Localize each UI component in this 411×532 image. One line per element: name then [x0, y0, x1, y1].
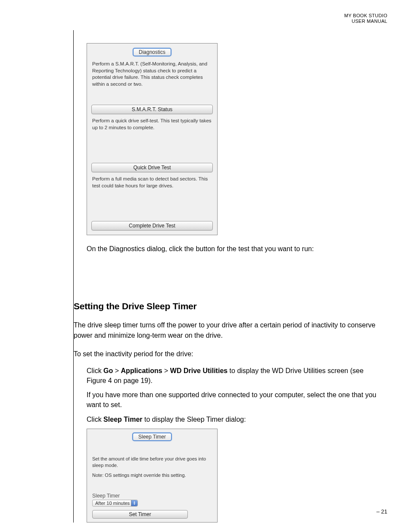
- content-column: Diagnostics Perform a S.M.A.R.T. (Self-M…: [73, 30, 388, 523]
- header-line1: MY BOOK STUDIO: [344, 13, 387, 18]
- step3-pre: Click: [87, 416, 103, 423]
- sleep-dialog-text2: Note: OS settings might override this se…: [87, 471, 217, 481]
- sleep-timer-label: Sleep Timer: [87, 492, 217, 499]
- dropdown-value: After 10 minutes: [95, 501, 130, 506]
- diagnostics-caption: On the Diagnostics dialog, click the but…: [87, 244, 384, 254]
- step-1: Click Go > Applications > WD Drive Utili…: [87, 366, 384, 386]
- step3-post: to display the Sleep Timer dialog:: [143, 416, 246, 423]
- quick-drive-test-button[interactable]: Quick Drive Test: [91, 163, 213, 172]
- page-number: – 21: [377, 508, 387, 515]
- step1-pre: Click: [87, 367, 103, 374]
- diagnostics-dialog: Diagnostics Perform a S.M.A.R.T. (Self-M…: [87, 43, 218, 235]
- sleep-intro-para: To set the inactivity period for the dri…: [74, 349, 384, 359]
- sleep-timer-tab[interactable]: Sleep Timer: [132, 432, 172, 441]
- step3-sleep-timer: Sleep Timer: [103, 416, 142, 423]
- step1-sep1: >: [113, 367, 121, 374]
- set-timer-button[interactable]: Set Timer: [92, 510, 188, 519]
- sleep-desc-para: The drive sleep timer turns off the powe…: [74, 320, 384, 340]
- smart-status-button[interactable]: S.M.A.R.T. Status: [91, 105, 213, 114]
- chevron-updown-icon: ▲▼: [131, 500, 137, 506]
- step1-wd-utilities: WD Drive Utilities: [170, 367, 227, 374]
- quick-test-desc: Perform a quick drive self-test. This te…: [87, 117, 217, 134]
- sleep-timer-dialog: Sleep Timer Set the amount of idle time …: [87, 429, 218, 523]
- diagnostics-tab[interactable]: Diagnostics: [133, 48, 171, 56]
- document-header: MY BOOK STUDIO USER MANUAL: [344, 13, 387, 24]
- step-2: If you have more than one supported driv…: [87, 390, 384, 410]
- sleep-timer-dropdown[interactable]: After 10 minutes ▲▼: [92, 500, 138, 507]
- step-3: Click Sleep Timer to display the Sleep T…: [87, 414, 384, 424]
- header-line2: USER MANUAL: [352, 19, 387, 24]
- section-heading-sleep-timer: Setting the Drive Sleep Timer: [74, 301, 388, 311]
- complete-drive-test-button[interactable]: Complete Drive Test: [91, 221, 213, 230]
- step1-sep2: >: [162, 367, 170, 374]
- sleep-dialog-text1: Set the amount of idle time before your …: [87, 455, 217, 471]
- step1-applications: Applications: [121, 367, 162, 374]
- complete-test-desc: Perform a full media scan to detect bad …: [87, 175, 217, 192]
- step1-go: Go: [103, 367, 113, 374]
- smart-desc: Perform a S.M.A.R.T. (Self-Monitoring, A…: [87, 60, 217, 90]
